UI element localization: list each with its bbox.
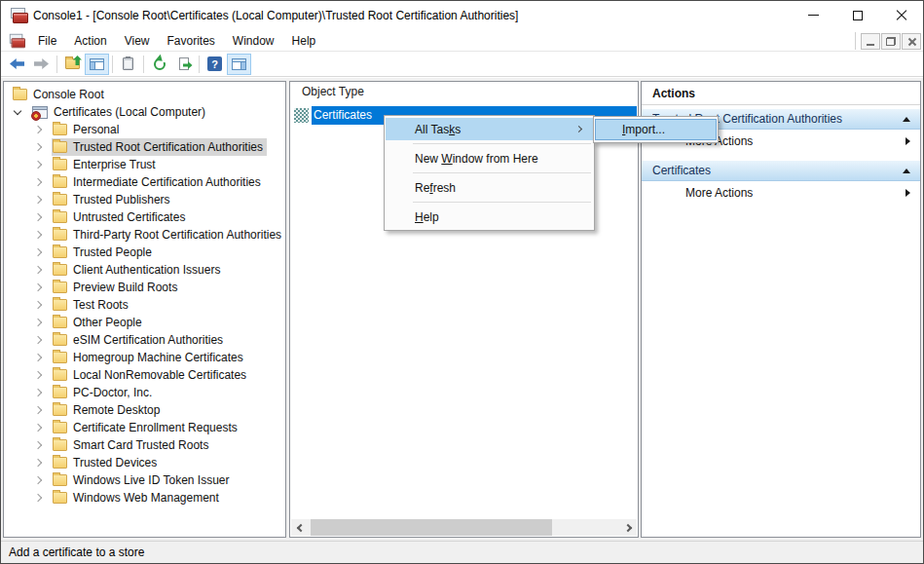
menu-help[interactable]: Help xyxy=(283,31,325,51)
help-button[interactable] xyxy=(203,54,227,75)
tree-item[interactable]: Windows Web Management xyxy=(4,489,285,507)
mdi-minimize-button[interactable] xyxy=(861,33,880,50)
collapse-icon[interactable] xyxy=(903,117,910,122)
back-button[interactable] xyxy=(5,54,29,75)
export-list-button[interactable] xyxy=(171,54,196,75)
chevron-right-icon[interactable] xyxy=(32,162,52,168)
folder-icon xyxy=(13,89,27,100)
tree-item[interactable]: eSIM Certification Authorities xyxy=(4,331,285,349)
tree-item-label: Trusted Root Certification Authorities xyxy=(73,140,263,154)
collapse-icon[interactable] xyxy=(903,169,910,173)
tree-item[interactable]: Untrusted Certificates xyxy=(4,208,285,226)
tree-item[interactable]: Trusted Root Certification Authorities xyxy=(4,138,285,156)
chevron-right-icon[interactable] xyxy=(32,249,52,255)
scroll-left-button[interactable] xyxy=(291,519,308,536)
up-one-level-icon xyxy=(65,58,80,69)
menu-item-refresh[interactable]: Refresh xyxy=(386,176,593,199)
chevron-down-icon[interactable] xyxy=(12,110,31,114)
export-list-icon xyxy=(179,57,189,70)
tree-item-label: Homegroup Machine Certificates xyxy=(73,351,243,364)
chevron-right-icon[interactable] xyxy=(32,372,52,378)
chevron-right-icon[interactable] xyxy=(32,197,52,203)
horizontal-scrollbar[interactable] xyxy=(291,519,637,536)
tree-item[interactable]: Preview Build Roots xyxy=(4,279,285,296)
tree-item[interactable]: Console Root xyxy=(4,86,285,103)
chevron-right-icon[interactable] xyxy=(32,407,52,413)
paste-button[interactable] xyxy=(116,54,140,75)
actions-item-more-actions[interactable]: More Actions xyxy=(642,181,920,205)
chevron-right-icon[interactable] xyxy=(32,495,52,501)
chevron-right-icon[interactable] xyxy=(32,390,52,395)
show-action-pane-button[interactable] xyxy=(227,54,251,75)
close-button[interactable] xyxy=(879,1,923,29)
folder-icon xyxy=(53,299,67,311)
forward-button[interactable] xyxy=(29,54,54,75)
chevron-right-icon[interactable] xyxy=(32,320,52,325)
refresh-button[interactable] xyxy=(147,54,171,75)
tree-item[interactable]: Smart Card Trusted Roots xyxy=(4,436,285,454)
title-bar: Console1 - [Console Root\Certificates (L… xyxy=(1,1,923,30)
chevron-right-icon[interactable] xyxy=(32,284,52,290)
menu-file[interactable]: File xyxy=(29,31,65,51)
tree-item[interactable]: Other People xyxy=(4,314,285,331)
mdi-restore-button[interactable] xyxy=(881,33,901,50)
scroll-right-button[interactable] xyxy=(620,519,637,536)
chevron-right-icon[interactable] xyxy=(32,442,52,448)
chevron-right-icon[interactable] xyxy=(32,477,52,483)
scrollbar-thumb[interactable] xyxy=(311,519,552,536)
tree-item[interactable]: Homegroup Machine Certificates xyxy=(4,349,285,366)
tree-item[interactable]: Local NonRemovable Certificates xyxy=(4,366,285,384)
tree-item-label: eSIM Certification Authorities xyxy=(73,333,223,347)
close-icon xyxy=(895,9,907,21)
tree-item[interactable]: Windows Live ID Token Issuer xyxy=(4,471,285,489)
tree-item[interactable]: Enterprise Trust xyxy=(4,156,285,173)
object-type-column-header[interactable]: Object Type xyxy=(290,82,638,101)
menu-item-all-tasks[interactable]: All Tasks xyxy=(386,118,593,140)
mdi-child-icon[interactable] xyxy=(9,33,24,47)
tree-item[interactable]: Intermediate Certification Authorities xyxy=(4,173,285,191)
menu-separator xyxy=(413,202,591,203)
up-one-level-button[interactable] xyxy=(60,54,85,75)
minimize-icon xyxy=(808,15,819,16)
menu-favorites[interactable]: Favorites xyxy=(159,31,224,51)
tree-item[interactable]: Trusted People xyxy=(4,244,285,261)
maximize-button[interactable] xyxy=(835,1,879,29)
chevron-right-icon[interactable] xyxy=(32,214,52,220)
menu-item-new-window-from-here[interactable]: New Window from Here xyxy=(386,147,593,169)
chevron-right-icon[interactable] xyxy=(32,232,52,238)
tree-item[interactable]: Client Authentication Issuers xyxy=(4,261,285,279)
chevron-right-icon[interactable] xyxy=(32,144,52,150)
chevron-right-icon[interactable] xyxy=(32,460,52,466)
chevron-right-icon[interactable] xyxy=(32,127,52,132)
folder-icon xyxy=(53,194,67,206)
chevron-right-icon[interactable] xyxy=(32,425,52,431)
chevron-right-icon[interactable] xyxy=(32,267,52,273)
tree-item[interactable]: Trusted Devices xyxy=(4,454,285,471)
tree-item[interactable]: Remote Desktop xyxy=(4,401,285,419)
minimize-button[interactable] xyxy=(792,1,835,29)
chevron-right-icon[interactable] xyxy=(32,337,52,343)
show-console-tree-button[interactable] xyxy=(85,54,109,75)
toolbar xyxy=(1,52,923,77)
menu-window[interactable]: Window xyxy=(224,31,283,51)
tree-item[interactable]: Certificate Enrollment Requests xyxy=(4,419,285,436)
maximize-icon xyxy=(853,11,863,20)
actions-section-header[interactable]: Certificates xyxy=(642,160,920,181)
tree-item[interactable]: Trusted Publishers xyxy=(4,191,285,208)
menu-item-help[interactable]: Help xyxy=(386,206,593,228)
chevron-right-icon[interactable] xyxy=(32,302,52,308)
menu-action[interactable]: Action xyxy=(65,31,115,51)
tree-item[interactable]: Certificates (Local Computer) xyxy=(4,103,285,121)
tree-item-label: Trusted People xyxy=(73,245,152,259)
tree-item[interactable]: Third-Party Root Certification Authoriti… xyxy=(4,226,285,244)
tree-item[interactable]: PC-Doctor, Inc. xyxy=(4,384,285,401)
folder-icon xyxy=(53,282,67,293)
tree-item[interactable]: Test Roots xyxy=(4,296,285,314)
folder-icon xyxy=(53,211,67,223)
chevron-right-icon[interactable] xyxy=(32,179,52,185)
chevron-right-icon[interactable] xyxy=(32,355,52,360)
tree-item[interactable]: Personal xyxy=(4,121,285,138)
menu-item-import[interactable]: Import... xyxy=(595,119,717,140)
menu-view[interactable]: View xyxy=(116,31,159,51)
mdi-close-button[interactable] xyxy=(902,33,921,50)
